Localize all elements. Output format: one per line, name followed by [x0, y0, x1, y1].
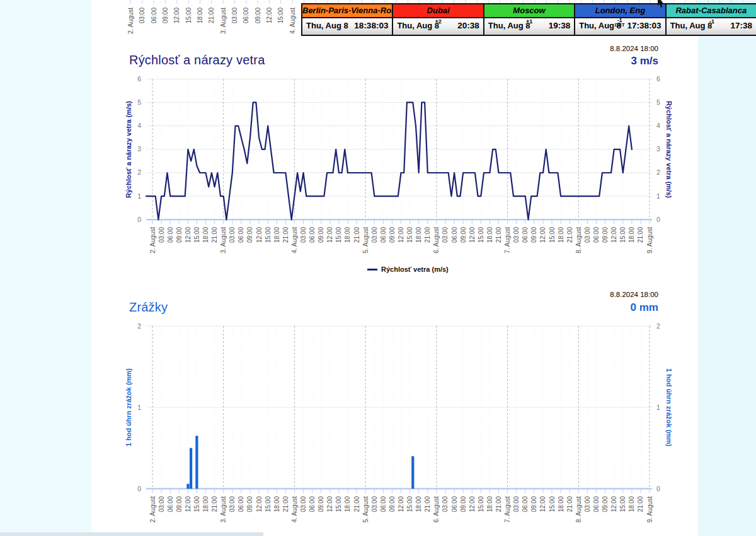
- clock-time-row: Thu, Aug 8-117:38: [667, 18, 756, 35]
- x-tick-label: 03:00: [584, 227, 591, 243]
- wind-timestamp: 8.8.2024 18:00: [526, 45, 658, 52]
- x-tick-label: 12:00: [398, 227, 404, 243]
- clock-date: Thu, Aug 8: [670, 21, 713, 30]
- x-tick-label: 15:00: [549, 496, 556, 512]
- x-tick-label: 12:00: [539, 496, 546, 512]
- x-tick-label: 12:00: [610, 496, 617, 512]
- x-tick-label: 12:00: [256, 496, 263, 512]
- x-tick-label: 5. August: [362, 496, 369, 523]
- wind-chart-title: Rýchlosť a nárazy vetra: [129, 53, 265, 67]
- top-axis-label: 4. August: [289, 8, 296, 34]
- x-tick-label: 06:00: [238, 227, 244, 243]
- x-tick-label: 18:00: [415, 496, 422, 512]
- x-tick-label: 18:00: [202, 496, 209, 512]
- precip-bar: [195, 436, 198, 489]
- wind-series-line: [146, 102, 632, 219]
- x-tick-label: 21:00: [424, 496, 431, 512]
- left-background-strip: [0, 0, 91, 536]
- x-tick-label: 21:00: [282, 496, 289, 512]
- x-tick-label: 06:00: [380, 496, 387, 512]
- x-tick-label: 06:00: [593, 496, 600, 512]
- top-axis-label: 06:00: [151, 8, 158, 23]
- y-tick-label-left: 5: [137, 98, 141, 106]
- mouse-cursor-icon: [653, 0, 665, 9]
- x-tick-label: 06:00: [593, 227, 600, 243]
- right-background-strip: [698, 0, 756, 536]
- clock-panel-4[interactable]: London, EngThu, Aug 8-1DST17:38:03: [574, 4, 665, 35]
- clock-panel-2[interactable]: DubaiThu, Aug 8+220:38: [392, 4, 483, 35]
- x-tick-label: 15:00: [619, 496, 626, 512]
- y-tick-label-right: 3: [656, 145, 660, 153]
- y-tick-label-right: 5: [656, 98, 660, 106]
- top-axis-label: 15:00: [185, 8, 192, 23]
- precip-chart: 0011222. August03:0006:0009:0012:0015:00…: [120, 318, 680, 536]
- clock-panel-3[interactable]: MoscowThu, Aug 8+119:38: [483, 4, 574, 35]
- x-tick-label: 03:00: [229, 496, 236, 512]
- x-tick-label: 15:00: [478, 227, 484, 243]
- x-tick-label: 06:00: [451, 227, 458, 243]
- y-tick-label-right: 6: [656, 75, 660, 83]
- clock-time-row: Thu, Aug 8+220:38: [393, 18, 483, 35]
- x-tick-label: 21:00: [353, 227, 360, 243]
- clock-offset: -1: [709, 18, 714, 25]
- top-axis-label: 09:00: [255, 8, 261, 23]
- weather-dashboard: 2. August03:0006:0009:0012:0015:0018:002…: [0, 0, 756, 536]
- x-tick-label: 09:00: [176, 496, 183, 512]
- x-tick-label: 18:00: [344, 496, 351, 512]
- x-tick-label: 18:00: [202, 227, 209, 243]
- x-tick-label: 03:00: [300, 227, 307, 243]
- x-tick-label: 09:00: [530, 227, 537, 243]
- clock-dst-label: DST: [615, 23, 625, 27]
- precip-timestamp: 8.8.2024 18:00: [526, 291, 658, 298]
- x-tick-label: 06:00: [238, 496, 244, 512]
- x-tick-label: 03:00: [513, 496, 520, 512]
- x-tick-label: 18:00: [628, 227, 635, 243]
- precip-bar: [411, 456, 414, 489]
- x-tick-label: 03:00: [300, 496, 307, 512]
- y-tick-label-right: 2: [656, 322, 660, 330]
- clock-panel-1[interactable]: Berlin-Paris-Vienna-RomaThu, Aug 818:38:…: [302, 4, 392, 35]
- clock-time: 18:38:03: [354, 21, 388, 30]
- x-tick-label: 4. August: [291, 496, 298, 523]
- x-tick-label: 15:00: [478, 496, 484, 512]
- x-tick-label: 03:00: [158, 496, 165, 512]
- top-axis-label: 03:00: [231, 8, 238, 23]
- y-tick-label-left: 2: [137, 168, 141, 176]
- x-tick-label: 09:00: [176, 227, 183, 243]
- x-tick-label: 06:00: [167, 496, 174, 512]
- x-tick-label: 15:00: [193, 496, 200, 512]
- y-tick-label-right: 4: [656, 122, 660, 129]
- y-tick-label-right: 1: [656, 404, 660, 411]
- x-tick-label: 03:00: [158, 227, 165, 243]
- x-tick-label: 4. August: [291, 227, 298, 253]
- x-tick-label: 03:00: [371, 496, 378, 512]
- x-tick-label: 21:00: [424, 227, 431, 243]
- x-tick-label: 15:00: [335, 496, 342, 512]
- clock-city-label: London, Eng: [575, 4, 665, 18]
- x-tick-label: 21:00: [637, 227, 644, 243]
- x-tick-label: 21:00: [495, 227, 502, 243]
- x-tick-label: 21:00: [495, 496, 502, 512]
- x-tick-label: 09:00: [246, 496, 253, 512]
- y-tick-label-left: 4: [137, 122, 141, 129]
- x-tick-label: 09:00: [530, 496, 537, 512]
- y-tick-label-right: 2: [656, 168, 660, 176]
- clock-panel-5[interactable]: Rabat-CasablancaThu, Aug 8-117:38: [665, 4, 756, 35]
- top-axis-label: 2. August: [127, 8, 134, 34]
- x-tick-label: 15:00: [265, 227, 272, 243]
- y-tick-label-left: 1: [137, 404, 141, 411]
- precip-bar: [186, 484, 189, 489]
- x-tick-label: 18:00: [344, 227, 351, 243]
- legend-line-swatch: [367, 269, 377, 271]
- clock-city-label: Berlin-Paris-Vienna-Roma: [302, 4, 392, 18]
- x-tick-label: 06:00: [522, 227, 529, 243]
- x-tick-label: 21:00: [211, 496, 218, 512]
- precip-current-value: 0 mm: [526, 301, 658, 314]
- x-tick-label: 8. August: [575, 227, 582, 253]
- clock-city-label: Moscow: [484, 4, 574, 18]
- x-tick-label: 12:00: [326, 496, 333, 512]
- y-tick-label-left: 1: [137, 192, 141, 200]
- top-axis-label: 12:00: [266, 8, 273, 23]
- x-tick-label: 15:00: [193, 227, 200, 243]
- x-tick-label: 03:00: [442, 227, 449, 243]
